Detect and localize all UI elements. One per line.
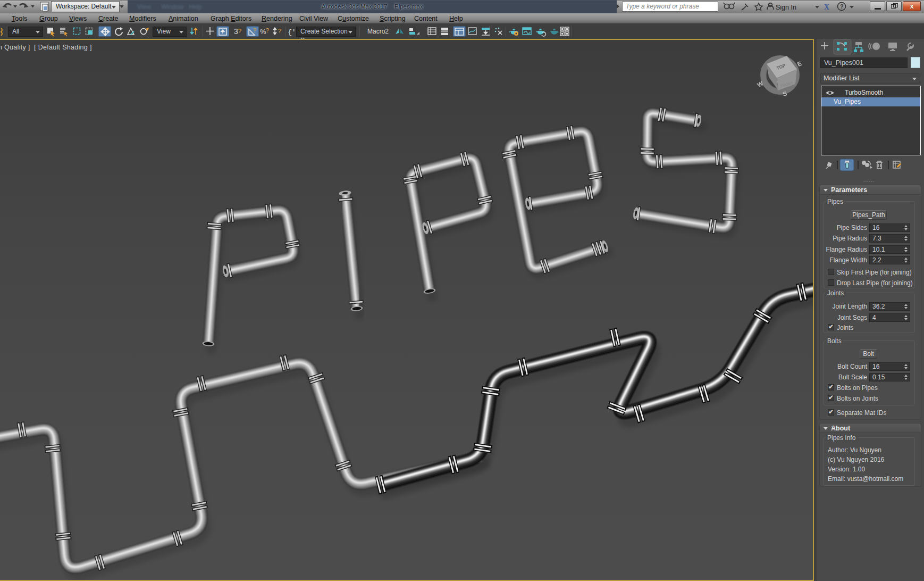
svg-text:?: ? — [238, 28, 241, 34]
svg-text:Sign In: Sign In — [776, 4, 796, 11]
svg-text:?: ? — [840, 3, 844, 10]
svg-text:?: ? — [278, 28, 281, 34]
svg-text:?: ? — [266, 27, 269, 34]
svg-text:3: 3 — [234, 27, 238, 36]
svg-text:?: ? — [253, 27, 256, 34]
svg-text:X: X — [824, 3, 829, 11]
